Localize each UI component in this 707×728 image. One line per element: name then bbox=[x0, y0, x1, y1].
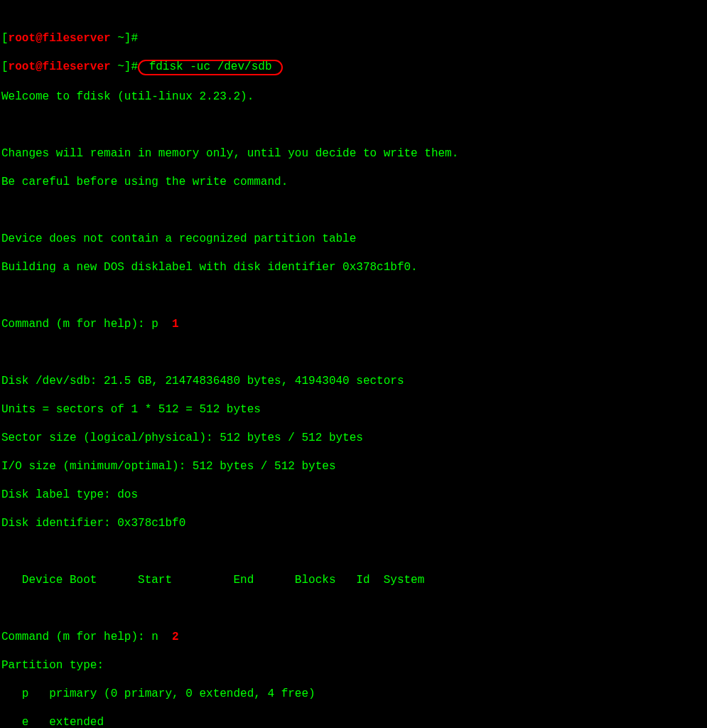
output-changes1: Changes will remain in memory only, unti… bbox=[1, 146, 706, 161]
annotation-1: 1 bbox=[158, 318, 179, 331]
prompt-line-2: [root@fileserver ~]# fdisk -uc /dev/sdb bbox=[1, 60, 706, 75]
blank-line bbox=[1, 289, 706, 303]
ptype-l3: e extended bbox=[1, 715, 706, 728]
bracket-close: ]# bbox=[124, 60, 138, 73]
blank-line bbox=[1, 118, 706, 132]
output-welcome: Welcome to fdisk (util-linux 2.23.2). bbox=[1, 90, 706, 104]
fdisk-input-n[interactable]: n bbox=[151, 631, 158, 643]
command-empty[interactable] bbox=[138, 32, 145, 45]
bracket-open: [ bbox=[1, 60, 9, 73]
annotation-2: 2 bbox=[158, 631, 179, 643]
terminal-window[interactable]: [root@fileserver ~]# [root@fileserver ~]… bbox=[0, 0, 707, 728]
prompt-userhost: root@fileserver bbox=[9, 32, 118, 45]
output-nodev2: Building a new DOS disklabel with disk i… bbox=[1, 260, 706, 274]
blank-line bbox=[1, 346, 706, 360]
fdisk-input-p[interactable]: p bbox=[151, 318, 158, 331]
disk-info-l3: Sector size (logical/physical): 512 byte… bbox=[1, 431, 706, 445]
fdisk-prompt-label: Command (m for help): bbox=[1, 318, 151, 331]
ptype-l2: p primary (0 primary, 0 extended, 4 free… bbox=[1, 687, 706, 701]
bracket-close: ]# bbox=[124, 32, 138, 45]
prompt-cwd: ~ bbox=[117, 32, 124, 45]
disk-info-l5: Disk label type: dos bbox=[1, 488, 706, 502]
disk-info-l6: Disk identifier: 0x378c1bf0 bbox=[1, 516, 706, 530]
disk-info-l1: Disk /dev/sdb: 21.5 GB, 21474836480 byte… bbox=[1, 374, 706, 388]
fdisk-prompt-1: Command (m for help): p 1 bbox=[1, 317, 706, 331]
fdisk-prompt-label: Command (m for help): bbox=[1, 631, 151, 643]
output-nodev1: Device does not contain a recognized par… bbox=[1, 232, 706, 246]
blank-line bbox=[1, 601, 706, 616]
highlighted-command: fdisk -uc /dev/sdb bbox=[138, 60, 283, 75]
disk-info-l2: Units = sectors of 1 * 512 = 512 bytes bbox=[1, 402, 706, 417]
blank-line bbox=[1, 545, 706, 559]
prompt-userhost: root@fileserver bbox=[9, 60, 118, 73]
output-changes2: Be careful before using the write comman… bbox=[1, 175, 706, 189]
fdisk-prompt-2: Command (m for help): n 2 bbox=[1, 630, 706, 644]
prompt-line-1: [root@fileserver ~]# bbox=[1, 31, 706, 46]
command-fdisk[interactable]: fdisk -uc /dev/sdb bbox=[142, 60, 279, 73]
prompt-cwd: ~ bbox=[117, 60, 124, 73]
disk-info-l4: I/O size (minimum/optimal): 512 bytes / … bbox=[1, 459, 706, 473]
blank-line bbox=[1, 203, 706, 218]
partition-table-header: Device Boot Start End Blocks Id System bbox=[1, 573, 706, 587]
bracket-open: [ bbox=[1, 32, 9, 45]
ptype-l1: Partition type: bbox=[1, 658, 706, 673]
